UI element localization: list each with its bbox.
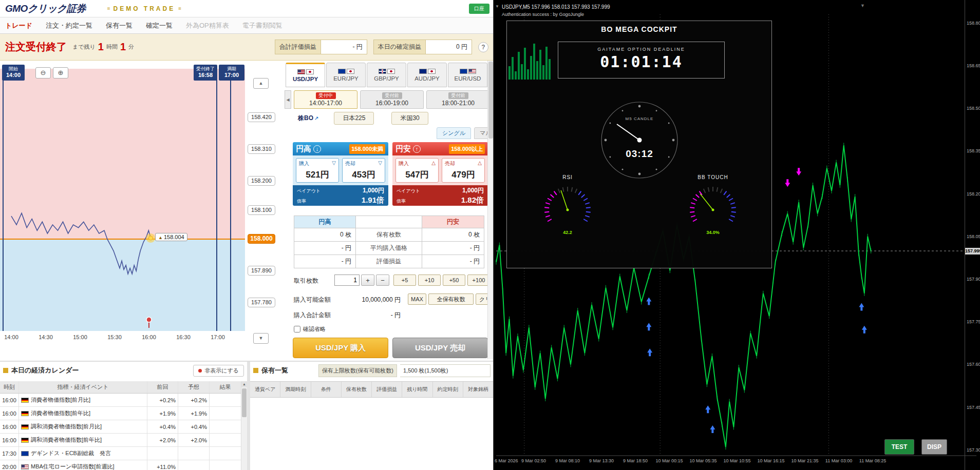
prev-arrow-button[interactable]: ◀ bbox=[285, 90, 291, 109]
event-name: 消費者物価指数[前年比] bbox=[31, 409, 90, 417]
currency-tab-EUR/USD[interactable]: EUR/USD bbox=[448, 63, 487, 87]
bottom-section: 本日の経済カレンダー 非表示にする 時刻指標・経済イベント前回予想結果16:00… bbox=[0, 361, 494, 470]
nikkei225-tab[interactable]: 日本225 bbox=[334, 112, 374, 125]
scrollbar-thumb[interactable] bbox=[488, 62, 493, 139]
event-result bbox=[210, 407, 241, 420]
hide-calendar-button[interactable]: 非表示にする bbox=[193, 365, 244, 377]
event-cell: MBA住宅ローン申請指数[前週比] bbox=[19, 460, 147, 470]
confirm-skip-checkbox[interactable] bbox=[294, 326, 300, 332]
holdings-col-header: 満期時刻 bbox=[280, 382, 311, 397]
account-button[interactable]: 口座 bbox=[469, 4, 489, 14]
quantity-plus-button[interactable]: + bbox=[361, 275, 374, 286]
us30-tab[interactable]: 米国30 bbox=[391, 112, 428, 125]
price-axis-label: 158.310 bbox=[248, 144, 275, 154]
add-10-button[interactable]: +10 bbox=[418, 275, 441, 286]
calendar-row[interactable]: 16:00消費者物価指数[前月比]+0.2%+0.2% bbox=[0, 394, 241, 407]
buy-price: 547円 bbox=[399, 169, 436, 181]
session-tab-14:00-17:00[interactable]: 受付中14:00-17:00 bbox=[294, 90, 357, 109]
demo-deco-icon: ≡ bbox=[107, 6, 110, 11]
yen-low-strike-condition: 158.000以上 bbox=[449, 144, 485, 154]
order-entry-panel: USD/JPYEUR/JPYGBP/JPYAUD/JPYEUR/USD ◀ 受付… bbox=[285, 61, 487, 359]
holdings-col-header: 保有枚数 bbox=[342, 382, 372, 397]
holdings-limit-value: 1,500 枚(1,500枚) bbox=[400, 364, 491, 377]
jp-flag-icon bbox=[387, 69, 395, 74]
sell-price: 453円 bbox=[345, 169, 382, 181]
calendar-title: 本日の経済カレンダー bbox=[11, 366, 79, 375]
nav-item-確定一覧[interactable]: 確定一覧 bbox=[146, 21, 173, 30]
zoom-in-button[interactable]: ⊕ bbox=[53, 67, 68, 79]
oneclick-arrow-icon[interactable]: ▼ bbox=[495, 4, 499, 9]
yen-high-buy-button[interactable]: 購入▽ 521円 bbox=[296, 158, 339, 183]
calendar-scrollbar[interactable]: ▲ bbox=[241, 381, 247, 470]
quantity-row: 取引枚数 + − +5 +10 +50 +100 bbox=[294, 275, 487, 287]
calendar-row[interactable]: 17:30デギンドス・ECB副総裁 発言 bbox=[0, 447, 241, 460]
order-close-badge: 受付終了 16:58 bbox=[194, 65, 217, 81]
panel-scrollbar[interactable] bbox=[487, 61, 494, 359]
positions-col-yen-high: 円高 bbox=[294, 216, 356, 228]
calendar-row[interactable]: 20:00MBA住宅ローン申請指数[前週比]+11.0% bbox=[0, 460, 241, 470]
de-flag-icon bbox=[21, 411, 29, 416]
zoom-out-button[interactable]: ⊖ bbox=[35, 67, 51, 79]
remaining-minutes: 1 bbox=[120, 41, 126, 53]
currency-tab-GBP/JPY[interactable]: GBP/JPY bbox=[367, 63, 406, 87]
currency-tab-USD/JPY[interactable]: USD/JPY bbox=[286, 63, 325, 87]
currency-tab-label: USD/JPY bbox=[293, 76, 318, 82]
scrollbar-up-arrow[interactable]: ▲ bbox=[241, 381, 247, 387]
yen-low-sell-button[interactable]: 売却△ 479円 bbox=[442, 158, 485, 183]
currency-tab-EUR/JPY[interactable]: EUR/JPY bbox=[326, 63, 366, 87]
all-positions-button[interactable]: 全保有枚数 bbox=[428, 293, 474, 305]
yen-low-buy-button[interactable]: 購入△ 547円 bbox=[395, 158, 439, 183]
session-status-badge: 受付前 bbox=[448, 92, 468, 99]
pin-icon bbox=[198, 369, 202, 373]
usdjpy-sell-button[interactable]: USD/JPY 売却 bbox=[392, 338, 487, 358]
add-50-button[interactable]: +50 bbox=[443, 275, 465, 286]
currency-tab-AUD/JPY[interactable]: AUD/JPY bbox=[407, 63, 447, 87]
session-tab-16:00-19:00[interactable]: 受付前16:00-19:00 bbox=[360, 90, 424, 109]
quantity-minus-button[interactable]: − bbox=[376, 275, 389, 286]
nav-item-トレード[interactable]: トレード bbox=[5, 21, 32, 30]
chart-scroll-marker-icon[interactable]: ▼ bbox=[860, 3, 865, 8]
calendar-row[interactable]: 16:00調和消費者物価指数[前月比]+0.4%+0.4% bbox=[0, 420, 241, 434]
us-flag-icon bbox=[468, 69, 476, 74]
price-chart-area[interactable]: 開始 14:00 受付終了 16:58 満期 17:00 ⊖ ⊕ ▲ ▼ ▲15… bbox=[0, 61, 280, 350]
stock-bo-link[interactable]: 株BO ↗ bbox=[298, 114, 318, 123]
holdings-table: 通貨ペア満期時刻条件保有枚数評価損益残り時間約定時刻対象銘柄 bbox=[250, 381, 494, 470]
nav-item-保有一覧[interactable]: 保有一覧 bbox=[106, 21, 133, 30]
bo-option-panels: 円高 ↓ 158.000未満 購入▽ 521円 売却▽ 453円 bbox=[293, 142, 487, 206]
usdjpy-buy-button[interactable]: USD/JPY 購入 bbox=[293, 338, 388, 358]
au-flag-icon bbox=[419, 69, 427, 74]
yen-low-title: 円安 bbox=[395, 144, 411, 154]
yen-high-sell-button[interactable]: 売却▽ 453円 bbox=[342, 158, 385, 183]
holdings-header-row: 通貨ペア満期時刻条件保有枚数評価損益残り時間約定時刻対象銘柄 bbox=[250, 382, 494, 398]
scroll-down-button[interactable]: ▼ bbox=[253, 333, 269, 344]
scroll-up-button[interactable]: ▲ bbox=[253, 78, 269, 89]
scrollbar-thumb[interactable] bbox=[242, 388, 247, 417]
holdings-col-header: 条件 bbox=[311, 382, 342, 397]
calendar-row[interactable]: 16:00調和消費者物価指数[前年比]+2.0%+2.0% bbox=[0, 434, 241, 447]
event-time: 16:00 bbox=[0, 394, 19, 406]
section-bullet-icon bbox=[3, 368, 8, 373]
help-button[interactable]: ? bbox=[478, 42, 488, 52]
nav-item-注文・約定一覧[interactable]: 注文・約定一覧 bbox=[46, 21, 92, 30]
price-axis-label: 157.750 bbox=[967, 319, 980, 324]
mini-histogram bbox=[508, 38, 553, 81]
add-100-button[interactable]: +100 bbox=[467, 275, 487, 286]
demo-trade-badge: ≡ DEMO TRADE ≡ bbox=[107, 5, 181, 12]
calendar-col-header: 予想 bbox=[178, 381, 210, 393]
event-time: 16:00 bbox=[0, 434, 19, 446]
single-mode-tab[interactable]: シングル bbox=[437, 127, 471, 139]
multi-mode-tab[interactable]: マルチ bbox=[474, 127, 487, 139]
yen-high-title: 円高 bbox=[296, 144, 311, 154]
quantity-input[interactable] bbox=[334, 275, 360, 286]
session-tab-18:00-21:00[interactable]: 受付前18:00-21:00 bbox=[426, 90, 487, 109]
gmo-logo[interactable]: GMOクリック証券 bbox=[5, 2, 86, 15]
add-5-button[interactable]: +5 bbox=[393, 275, 416, 286]
disp-button[interactable]: DISP bbox=[921, 439, 947, 455]
max-button[interactable]: MAX bbox=[408, 293, 426, 305]
holdings-title: 保有一覧 bbox=[261, 366, 288, 375]
clear-button[interactable]: クリア bbox=[476, 293, 487, 305]
remaining-hours: 1 bbox=[98, 41, 104, 53]
calendar-col-header: 指標・経済イベント bbox=[19, 381, 147, 393]
test-button[interactable]: TEST bbox=[884, 439, 914, 455]
calendar-row[interactable]: 16:00消費者物価指数[前年比]+1.9%+1.9% bbox=[0, 407, 241, 420]
